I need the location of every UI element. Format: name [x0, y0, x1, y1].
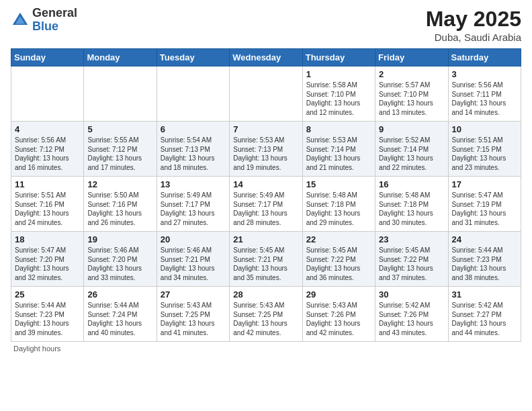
day-info: Sunrise: 5:57 AMSunset: 7:10 PMDaylight:…	[379, 81, 433, 116]
day-number: 17	[452, 179, 517, 189]
table-cell: 23Sunrise: 5:45 AMSunset: 7:22 PMDayligh…	[375, 232, 448, 287]
day-number: 22	[306, 234, 371, 244]
day-info: Sunrise: 5:49 AMSunset: 7:17 PMDaylight:…	[161, 191, 215, 226]
logo: General Blue	[11, 7, 77, 34]
th-friday: Friday	[375, 49, 448, 66]
week-row-2: 4Sunrise: 5:56 AMSunset: 7:12 PMDaylight…	[11, 122, 521, 177]
day-info: Sunrise: 5:49 AMSunset: 7:17 PMDaylight:…	[233, 191, 287, 226]
th-monday: Monday	[84, 49, 157, 66]
day-number: 30	[379, 289, 444, 300]
page: General Blue May 2025 Duba, Saudi Arabia…	[0, 0, 532, 411]
day-number: 18	[15, 234, 80, 244]
week-row-4: 18Sunrise: 5:47 AMSunset: 7:20 PMDayligh…	[11, 232, 521, 287]
table-cell: 17Sunrise: 5:47 AMSunset: 7:19 PMDayligh…	[448, 177, 521, 232]
title-block: May 2025 Duba, Saudi Arabia	[426, 7, 521, 43]
day-info: Sunrise: 5:46 AMSunset: 7:21 PMDaylight:…	[161, 246, 215, 281]
th-tuesday: Tuesday	[157, 49, 229, 66]
day-info: Sunrise: 5:56 AMSunset: 7:11 PMDaylight:…	[452, 81, 506, 116]
calendar: Sunday Monday Tuesday Wednesday Thursday…	[11, 48, 521, 342]
table-cell: 26Sunrise: 5:44 AMSunset: 7:24 PMDayligh…	[84, 287, 157, 342]
day-header-row: Sunday Monday Tuesday Wednesday Thursday…	[11, 49, 521, 66]
day-info: Sunrise: 5:48 AMSunset: 7:18 PMDaylight:…	[306, 191, 361, 226]
day-number: 3	[452, 69, 517, 79]
table-cell: 13Sunrise: 5:49 AMSunset: 7:17 PMDayligh…	[157, 177, 229, 232]
day-number: 16	[379, 179, 444, 189]
table-cell: 6Sunrise: 5:54 AMSunset: 7:13 PMDaylight…	[157, 122, 229, 177]
day-number: 7	[233, 124, 298, 134]
table-cell: 9Sunrise: 5:52 AMSunset: 7:14 PMDaylight…	[375, 122, 448, 177]
header: General Blue May 2025 Duba, Saudi Arabia	[11, 7, 521, 43]
table-cell: 5Sunrise: 5:55 AMSunset: 7:12 PMDaylight…	[84, 122, 157, 177]
day-info: Sunrise: 5:45 AMSunset: 7:22 PMDaylight:…	[306, 246, 361, 281]
table-cell: 31Sunrise: 5:42 AMSunset: 7:27 PMDayligh…	[448, 287, 521, 342]
day-number: 6	[161, 124, 226, 134]
day-number: 20	[161, 234, 226, 244]
day-info: Sunrise: 5:47 AMSunset: 7:19 PMDaylight:…	[452, 191, 506, 226]
day-number: 21	[233, 234, 298, 244]
day-info: Sunrise: 5:53 AMSunset: 7:14 PMDaylight:…	[306, 136, 361, 171]
day-info: Sunrise: 5:54 AMSunset: 7:13 PMDaylight:…	[161, 136, 215, 171]
day-info: Sunrise: 5:43 AMSunset: 7:26 PMDaylight:…	[306, 302, 361, 336]
table-cell	[230, 66, 302, 122]
day-number: 11	[15, 179, 80, 189]
month-title: May 2025	[426, 7, 521, 32]
table-cell: 8Sunrise: 5:53 AMSunset: 7:14 PMDaylight…	[302, 122, 375, 177]
day-info: Sunrise: 5:42 AMSunset: 7:27 PMDaylight:…	[452, 302, 506, 336]
table-cell: 27Sunrise: 5:43 AMSunset: 7:25 PMDayligh…	[157, 287, 229, 342]
day-number: 26	[87, 289, 152, 300]
logo-icon	[11, 11, 30, 30]
table-cell: 28Sunrise: 5:43 AMSunset: 7:25 PMDayligh…	[230, 287, 302, 342]
day-number: 15	[306, 179, 371, 189]
day-info: Sunrise: 5:51 AMSunset: 7:15 PMDaylight:…	[452, 136, 506, 171]
table-cell: 4Sunrise: 5:56 AMSunset: 7:12 PMDaylight…	[11, 122, 84, 177]
week-row-1: 1Sunrise: 5:58 AMSunset: 7:10 PMDaylight…	[11, 66, 521, 122]
day-number: 10	[452, 124, 517, 134]
day-info: Sunrise: 5:55 AMSunset: 7:12 PMDaylight:…	[87, 136, 142, 171]
day-info: Sunrise: 5:46 AMSunset: 7:20 PMDaylight:…	[87, 246, 142, 281]
day-number: 19	[87, 234, 152, 244]
table-cell	[84, 66, 157, 122]
day-number: 13	[161, 179, 226, 189]
table-cell: 15Sunrise: 5:48 AMSunset: 7:18 PMDayligh…	[302, 177, 375, 232]
day-info: Sunrise: 5:43 AMSunset: 7:25 PMDaylight:…	[233, 302, 287, 336]
th-sunday: Sunday	[11, 49, 84, 66]
day-number: 9	[379, 124, 444, 134]
day-info: Sunrise: 5:43 AMSunset: 7:25 PMDaylight:…	[161, 302, 215, 336]
day-number: 28	[233, 289, 298, 300]
daylight-label: Daylight hours	[13, 345, 60, 353]
day-info: Sunrise: 5:42 AMSunset: 7:26 PMDaylight:…	[379, 302, 433, 336]
table-cell: 1Sunrise: 5:58 AMSunset: 7:10 PMDaylight…	[302, 66, 375, 122]
table-cell: 3Sunrise: 5:56 AMSunset: 7:11 PMDaylight…	[448, 66, 521, 122]
day-info: Sunrise: 5:44 AMSunset: 7:23 PMDaylight:…	[15, 302, 69, 336]
table-cell: 14Sunrise: 5:49 AMSunset: 7:17 PMDayligh…	[230, 177, 302, 232]
day-info: Sunrise: 5:45 AMSunset: 7:21 PMDaylight:…	[233, 246, 287, 281]
table-cell: 20Sunrise: 5:46 AMSunset: 7:21 PMDayligh…	[157, 232, 229, 287]
location: Duba, Saudi Arabia	[426, 32, 521, 43]
table-cell: 16Sunrise: 5:48 AMSunset: 7:18 PMDayligh…	[375, 177, 448, 232]
table-cell: 2Sunrise: 5:57 AMSunset: 7:10 PMDaylight…	[375, 66, 448, 122]
day-info: Sunrise: 5:47 AMSunset: 7:20 PMDaylight:…	[15, 246, 69, 281]
day-number: 8	[306, 124, 371, 134]
table-cell: 19Sunrise: 5:46 AMSunset: 7:20 PMDayligh…	[84, 232, 157, 287]
logo-blue: Blue	[32, 19, 58, 33]
table-cell: 29Sunrise: 5:43 AMSunset: 7:26 PMDayligh…	[302, 287, 375, 342]
week-row-5: 25Sunrise: 5:44 AMSunset: 7:23 PMDayligh…	[11, 287, 521, 342]
day-info: Sunrise: 5:50 AMSunset: 7:16 PMDaylight:…	[87, 191, 142, 226]
day-number: 1	[306, 69, 371, 79]
table-cell: 22Sunrise: 5:45 AMSunset: 7:22 PMDayligh…	[302, 232, 375, 287]
day-number: 2	[379, 69, 444, 79]
day-info: Sunrise: 5:58 AMSunset: 7:10 PMDaylight:…	[306, 81, 361, 116]
day-info: Sunrise: 5:44 AMSunset: 7:24 PMDaylight:…	[87, 302, 142, 336]
day-info: Sunrise: 5:53 AMSunset: 7:13 PMDaylight:…	[233, 136, 287, 171]
day-number: 23	[379, 234, 444, 244]
table-cell: 21Sunrise: 5:45 AMSunset: 7:21 PMDayligh…	[230, 232, 302, 287]
table-cell	[157, 66, 229, 122]
day-number: 5	[87, 124, 152, 134]
table-cell: 7Sunrise: 5:53 AMSunset: 7:13 PMDaylight…	[230, 122, 302, 177]
th-thursday: Thursday	[302, 49, 375, 66]
day-info: Sunrise: 5:45 AMSunset: 7:22 PMDaylight:…	[379, 246, 433, 281]
day-number: 12	[87, 179, 152, 189]
table-cell: 25Sunrise: 5:44 AMSunset: 7:23 PMDayligh…	[11, 287, 84, 342]
table-cell: 30Sunrise: 5:42 AMSunset: 7:26 PMDayligh…	[375, 287, 448, 342]
logo-text: General Blue	[32, 7, 77, 34]
